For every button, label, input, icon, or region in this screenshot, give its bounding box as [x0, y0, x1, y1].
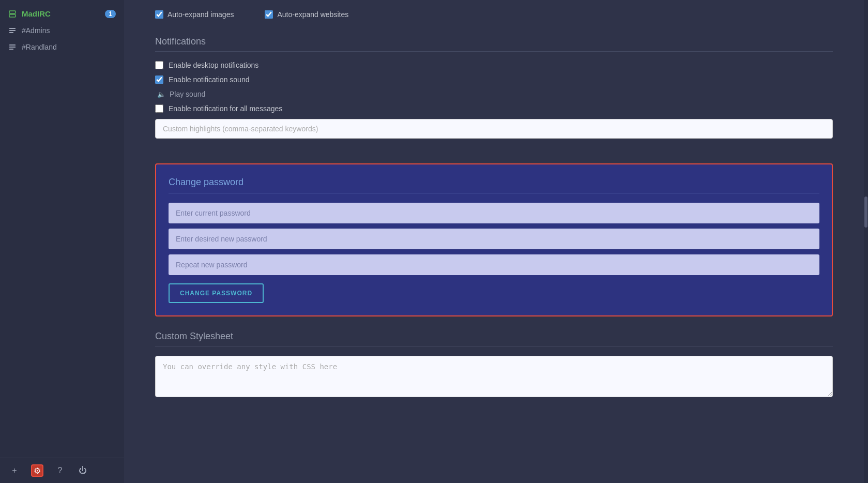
channel-label-randland: #Randland [22, 43, 57, 51]
repeat-password-input[interactable] [169, 254, 819, 275]
custom-highlights-input[interactable] [155, 119, 833, 139]
speaker-icon: 🔈 [157, 90, 165, 98]
change-password-button[interactable]: CHANGE PASSWORD [169, 283, 264, 303]
power-button[interactable]: ⏻ [77, 464, 89, 477]
enable-all-messages-label: Enable notification for all messages [169, 104, 282, 113]
auto-expand-images-input[interactable] [155, 10, 163, 19]
custom-stylesheet-textarea[interactable] [155, 356, 833, 397]
add-button[interactable]: + [8, 464, 21, 477]
sidebar-content: MadIRC 1 #Admins #Randland [0, 0, 124, 458]
change-password-section: Change password CHANGE PASSWORD [155, 163, 833, 316]
svg-rect-3 [9, 30, 16, 31]
auto-expand-websites-label: Auto-expand websites [277, 10, 348, 19]
play-sound-label: Play sound [170, 90, 205, 98]
enable-all-messages-option[interactable]: Enable notification for all messages [155, 104, 833, 113]
new-password-input[interactable] [169, 229, 819, 249]
enable-notification-sound-option[interactable]: Enable notification sound [155, 76, 833, 84]
sidebar: MadIRC 1 #Admins #Randland [0, 0, 124, 483]
current-password-input[interactable] [169, 203, 819, 223]
svg-rect-6 [9, 47, 16, 48]
notifications-heading: Notifications [155, 34, 833, 47]
change-password-heading: Change password [169, 177, 819, 188]
change-password-divider [169, 193, 819, 193]
svg-rect-2 [9, 28, 16, 29]
top-checkboxes-row: Auto-expand images Auto-expand websites [155, 10, 833, 19]
notifications-divider [155, 51, 833, 52]
scrollbar-thumb [864, 197, 867, 228]
svg-rect-7 [9, 49, 13, 50]
enable-desktop-notifications-label: Enable desktop notifications [169, 61, 258, 69]
enable-desktop-notifications-option[interactable]: Enable desktop notifications [155, 61, 833, 69]
channel-icon-admins [8, 26, 17, 35]
auto-expand-websites-input[interactable] [265, 10, 273, 19]
main-content: Auto-expand images Auto-expand websites … [124, 0, 864, 483]
svg-rect-1 [9, 14, 16, 17]
svg-rect-5 [9, 44, 16, 46]
svg-rect-0 [9, 11, 16, 13]
custom-stylesheet-divider [155, 346, 833, 346]
server-name: MadIRC [22, 9, 51, 18]
notifications-section: Notifications Enable desktop notificatio… [155, 34, 833, 151]
sidebar-item-admins[interactable]: #Admins [0, 22, 124, 39]
channel-label-admins: #Admins [22, 26, 50, 35]
svg-rect-4 [9, 32, 13, 33]
auto-expand-images-checkbox[interactable]: Auto-expand images [155, 10, 234, 19]
power-icon: ⏻ [79, 466, 87, 475]
enable-all-messages-input[interactable] [155, 104, 163, 113]
channel-icon-randland [8, 43, 17, 51]
server-badge: 1 [105, 10, 116, 18]
custom-stylesheet-heading: Custom Stylesheet [155, 329, 833, 342]
sidebar-item-madirc[interactable]: MadIRC 1 [0, 5, 124, 22]
custom-stylesheet-section: Custom Stylesheet [155, 329, 833, 399]
server-icon [8, 10, 17, 18]
sidebar-item-randland[interactable]: #Randland [0, 39, 124, 55]
enable-desktop-notifications-input[interactable] [155, 61, 163, 69]
play-sound-row: 🔈 Play sound [155, 90, 833, 98]
help-button[interactable]: ? [54, 464, 66, 477]
gear-icon: ⚙ [34, 466, 41, 476]
enable-notification-sound-label: Enable notification sound [169, 76, 249, 84]
help-icon: ? [58, 466, 63, 475]
settings-button[interactable]: ⚙ [31, 464, 43, 477]
right-scrollbar[interactable] [864, 0, 868, 483]
auto-expand-images-label: Auto-expand images [167, 10, 234, 19]
sidebar-footer: + ⚙ ? ⏻ [0, 458, 124, 483]
enable-notification-sound-input[interactable] [155, 76, 163, 84]
auto-expand-websites-checkbox[interactable]: Auto-expand websites [265, 10, 348, 19]
